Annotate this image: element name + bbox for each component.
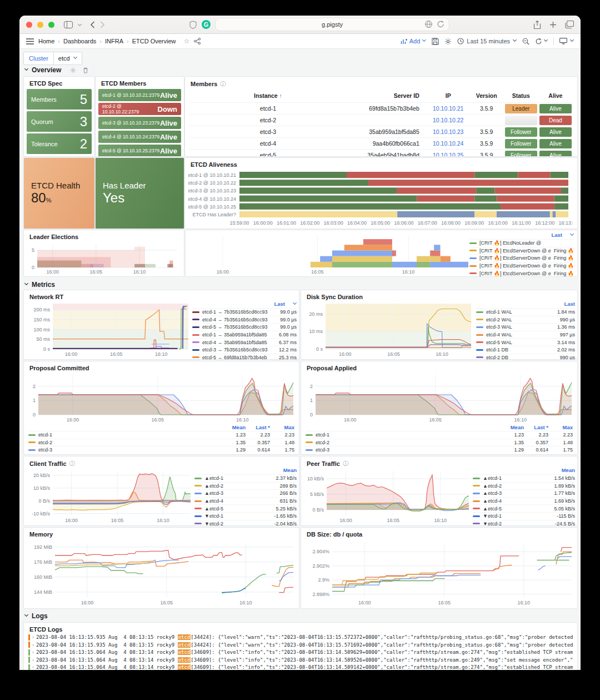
minimize-window-button[interactable] bbox=[37, 22, 43, 28]
new-tab-icon[interactable] bbox=[549, 21, 557, 28]
tv-mode-button[interactable] bbox=[559, 38, 574, 44]
legend-item[interactable]: etcd-4 → 7b35616b5cd8cc9399.0 µs bbox=[192, 316, 297, 324]
legend-item[interactable]: etcd-1 → 7b35616b5cd8cc9399.0 µs bbox=[192, 308, 297, 316]
legend-item[interactable]: etcd-5 → 69fd8a15b7b3b4eb25.3 ms bbox=[192, 354, 297, 360]
grammarly-extension-icon[interactable]: G bbox=[202, 20, 211, 29]
share-dashboard-icon[interactable] bbox=[194, 38, 201, 44]
leader-elections-chart[interactable]: 0516:0016:0516:10 bbox=[26, 241, 181, 275]
disk-sync-chart[interactable]: 0 s10 ms20 ms16:0016:0516:10 bbox=[303, 301, 473, 357]
sidebar-chevron-icon[interactable] bbox=[78, 23, 82, 27]
legend-item[interactable]: ▼etcd-1-115 B/s bbox=[473, 512, 575, 520]
legend-item[interactable]: ▲etcd-21.89 kB/s bbox=[473, 482, 575, 490]
breadcrumb-item[interactable]: Dashboards› bbox=[63, 38, 102, 44]
privacy-shield-icon[interactable] bbox=[189, 21, 197, 29]
legend-item[interactable]: [CRIT 🔥] EtcdNoLeader @ bbox=[469, 239, 574, 247]
expand-log-icon[interactable]: › bbox=[32, 664, 34, 670]
legend-item[interactable]: etcd-2 DB990 µs bbox=[476, 354, 575, 360]
legend-item[interactable]: ▲etcd-31.77 kB/s bbox=[473, 489, 575, 497]
legend-item[interactable]: etcd-31.290.6141.75 bbox=[306, 446, 573, 454]
zoom-window-button[interactable] bbox=[48, 22, 54, 28]
reload-icon[interactable] bbox=[437, 20, 444, 28]
refresh-button[interactable] bbox=[535, 38, 548, 45]
legend-item[interactable]: etcd-11.232.232.23 bbox=[306, 431, 573, 439]
log-line[interactable]: › 2023-08-04 16:13:15.064 Aug 4 08:13:14… bbox=[28, 649, 573, 656]
legend-item[interactable]: ▼etcd-1-1.65 kB/s bbox=[194, 512, 297, 520]
expand-log-icon[interactable]: › bbox=[32, 649, 34, 655]
delete-row-icon[interactable] bbox=[83, 67, 88, 73]
legend-item[interactable]: [CRIT 🔥] EtcdServerDown @ etcd-2Firing 🔥 bbox=[469, 254, 574, 262]
log-line[interactable]: › 2023-08-04 16:13:15.935 Aug 4 08:13:15… bbox=[28, 642, 573, 649]
legend-item[interactable]: etcd-1 DB2.02 ms bbox=[476, 346, 575, 354]
section-overview[interactable]: Overview bbox=[24, 66, 88, 74]
legend-item[interactable]: etcd-4 WAL997 µs bbox=[476, 331, 575, 339]
legend-item[interactable]: [CRIT 🔥] EtcdServerDown @ etcd-4Firing 🔥 bbox=[469, 269, 574, 277]
legend-item[interactable]: etcd-21.350.3571.48 bbox=[306, 439, 573, 446]
legend-item[interactable]: ▼etcd-2-2.04 kB/s bbox=[194, 520, 297, 526]
expand-log-icon[interactable]: › bbox=[32, 657, 34, 663]
legend-item[interactable]: etcd-3 WAL1.36 ms bbox=[476, 323, 575, 331]
back-icon[interactable] bbox=[90, 21, 95, 28]
peer-traffic-chart[interactable]: 0 B/s5 kB/s10 kB/s16:0016:0516:10 bbox=[303, 468, 471, 523]
legend-item[interactable]: etcd-5 WAL3.14 ms bbox=[476, 338, 575, 346]
legend-item[interactable]: ▲etcd-55.05 kB/s bbox=[473, 504, 575, 512]
dashboard-settings-icon[interactable] bbox=[444, 38, 452, 45]
cluster-select[interactable]: etcd bbox=[54, 52, 82, 65]
ip-link[interactable]: 10.10.10.21 bbox=[427, 105, 469, 112]
expand-log-icon[interactable]: › bbox=[32, 642, 34, 648]
forward-icon[interactable] bbox=[100, 21, 105, 28]
ip-link[interactable]: 10.10.10.23 bbox=[427, 128, 469, 135]
legend-item[interactable]: ▲etcd-4831 B/s bbox=[194, 497, 297, 505]
alerts-chart[interactable]: 16:0016:0516:10 bbox=[189, 231, 469, 275]
star-icon[interactable]: ☆ bbox=[184, 37, 190, 45]
legend-item[interactable]: ▲etcd-11.54 kB/s bbox=[473, 474, 575, 482]
db-size-chart[interactable]: 2.898%2.9%2.902%2.904%16:0016:0516:10 bbox=[303, 539, 575, 605]
zoom-out-time-icon[interactable] bbox=[522, 38, 529, 45]
log-line[interactable]: › 2023-08-04 16:13:15.064 Aug 4 08:13:14… bbox=[28, 657, 573, 664]
legend-item[interactable]: ▲etcd-3266 B/s bbox=[194, 489, 297, 497]
legend-item[interactable]: ▲etcd-41.69 kB/s bbox=[473, 497, 575, 505]
client-traffic-chart[interactable]: -10 kB/s0 B/s10 kB/s20 kB/s16:0016:0516:… bbox=[26, 468, 193, 523]
legend-item[interactable]: etcd-4 → 35ab959a1bf5da856.37 ms bbox=[192, 338, 297, 346]
breadcrumb-item[interactable]: INFRA› bbox=[105, 38, 129, 44]
legend-item[interactable]: etcd-1 WAL1.84 ms bbox=[476, 308, 575, 316]
legend-item[interactable]: etcd-5 → 7b35616b5cd8cc9399.0 µs bbox=[192, 323, 297, 331]
time-range-picker[interactable]: Last 15 minutes bbox=[457, 38, 517, 44]
aliveness-timeline-chart[interactable]: 15:59:0016:00:0016:01:0016:02:0016:03:00… bbox=[188, 170, 573, 226]
network-rt-chart[interactable]: 0 s50 ms100 ms150 ms200 ms16:0016:0516:1… bbox=[26, 301, 191, 357]
legend-item[interactable]: [CRIT 🔥] EtcdServerDown @ etcd-3Firing 🔥 bbox=[469, 262, 574, 270]
row-settings-icon[interactable] bbox=[70, 67, 76, 73]
proposal-applied-chart[interactable]: 01216:0016:0516:10 bbox=[303, 371, 575, 423]
legend-item[interactable]: etcd-2 WAL990 µs bbox=[476, 316, 575, 324]
ip-link[interactable]: 10.10.10.22 bbox=[427, 117, 469, 123]
legend-item[interactable]: ▲etcd-12.37 kB/s bbox=[194, 474, 297, 482]
share-icon[interactable] bbox=[533, 20, 541, 29]
legend-item[interactable]: ▼etcd-2-24.5 B/s bbox=[473, 520, 575, 526]
ip-link[interactable]: 10.10.10.24 bbox=[427, 140, 469, 147]
proposal-committed-chart[interactable]: 01216:0016:0516:10 bbox=[26, 371, 297, 423]
breadcrumb-item[interactable]: ETCD Overview bbox=[132, 38, 179, 44]
close-window-button[interactable] bbox=[26, 22, 32, 28]
info-icon[interactable]: ⓘ bbox=[69, 460, 75, 468]
section-logs[interactable]: Logs bbox=[24, 612, 48, 620]
legend-item[interactable]: [CRIT 🔥] EtcdServerDown @ etcd-1Firing 🔥 bbox=[469, 247, 574, 255]
section-metrics[interactable]: Metrics bbox=[24, 281, 55, 289]
log-line[interactable]: › 2023-08-04 16:13:15.935 Aug 4 08:13:15… bbox=[28, 634, 573, 641]
translate-icon[interactable] bbox=[424, 20, 433, 28]
save-dashboard-icon[interactable] bbox=[432, 38, 439, 45]
menu-icon[interactable] bbox=[26, 38, 34, 44]
legend-item[interactable]: ▲etcd-55.25 kB/s bbox=[194, 504, 297, 512]
legend-item[interactable]: etcd-21.350.3571.48 bbox=[28, 439, 294, 446]
add-button[interactable]: Add bbox=[401, 38, 427, 44]
legend-item[interactable]: etcd-3 → 7b35616b5cd8cc9312.2 ms bbox=[192, 346, 297, 354]
info-icon[interactable]: ⓘ bbox=[343, 460, 348, 468]
legend-item[interactable]: ▲etcd-2289 B/s bbox=[194, 482, 297, 490]
breadcrumb-item[interactable]: Home› bbox=[38, 38, 60, 44]
legend-item[interactable]: etcd-1 → 35ab959a1bf5da856.08 ms bbox=[192, 331, 297, 339]
sidebar-icon[interactable] bbox=[64, 21, 73, 28]
address-bar[interactable]: g.pigsty bbox=[216, 18, 449, 31]
log-line[interactable]: › 2023-08-04 16:13:15.064 Aug 4 08:13:14… bbox=[28, 664, 573, 670]
legend-item[interactable]: etcd-31.290.6141.75 bbox=[28, 446, 294, 454]
ip-link[interactable]: 10.10.10.25 bbox=[427, 152, 469, 157]
memory-chart[interactable]: 144 MiB160 MiB176 MiB192 MiB16:0016:0516… bbox=[26, 539, 297, 605]
expand-log-icon[interactable]: › bbox=[32, 634, 34, 640]
